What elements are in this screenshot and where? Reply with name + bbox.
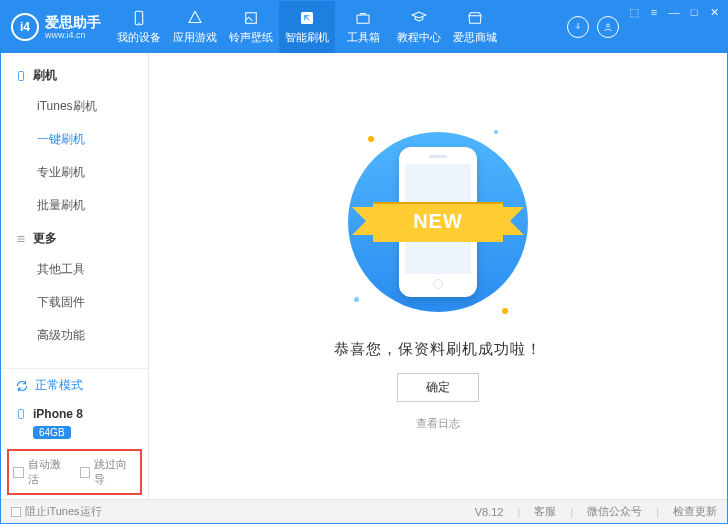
tutorial-icon — [410, 9, 428, 27]
section-label: 更多 — [33, 230, 57, 247]
phone-icon — [130, 9, 148, 27]
support-link[interactable]: 客服 — [534, 504, 556, 519]
tab-label: 智能刷机 — [285, 30, 329, 45]
success-illustration: NEW — [338, 122, 538, 322]
skin-button[interactable]: ⬚ — [627, 5, 641, 19]
checkbox-box-icon — [13, 467, 24, 478]
wallpaper-icon — [242, 9, 260, 27]
device-info[interactable]: iPhone 8 64GB — [1, 402, 148, 449]
top-tabs: 我的设备 应用游戏 铃声壁纸 智能刷机 工具箱 教程中心 — [111, 1, 559, 53]
tab-ringtones[interactable]: 铃声壁纸 — [223, 1, 279, 53]
download-button[interactable] — [567, 16, 589, 38]
svg-point-5 — [607, 24, 610, 27]
sidebar-bottom: 正常模式 iPhone 8 64GB 自动激活 — [1, 368, 148, 499]
spark-icon — [354, 297, 359, 302]
tab-store[interactable]: 爱思商城 — [447, 1, 503, 53]
menu-button[interactable]: ≡ — [647, 5, 661, 19]
spark-icon — [494, 130, 498, 134]
tab-tutorials[interactable]: 教程中心 — [391, 1, 447, 53]
sidebar-item-advanced[interactable]: 高级功能 — [1, 319, 148, 352]
title-bar: i4 爱思助手 www.i4.cn 我的设备 应用游戏 铃声壁纸 智能刷机 — [1, 1, 727, 53]
ribbon-text: NEW — [373, 202, 503, 242]
mode-label: 正常模式 — [35, 377, 83, 394]
list-icon — [15, 233, 27, 245]
brand: i4 爱思助手 www.i4.cn — [1, 1, 111, 53]
device-name: iPhone 8 — [33, 407, 83, 421]
check-update-link[interactable]: 检查更新 — [673, 504, 717, 519]
svg-rect-10 — [19, 410, 24, 419]
window-controls: ⬚ ≡ — □ ✕ — [627, 1, 727, 53]
tab-label: 工具箱 — [347, 30, 380, 45]
store-icon — [466, 9, 484, 27]
sidebar-item-itunes-flash[interactable]: iTunes刷机 — [1, 90, 148, 123]
sidebar: 刷机 iTunes刷机 一键刷机 专业刷机 批量刷机 更多 其他工具 下载固件 … — [1, 53, 149, 499]
flash-icon — [298, 9, 316, 27]
capacity-badge: 64GB — [33, 426, 71, 439]
brand-name: 爱思助手 — [45, 15, 101, 29]
sidebar-item-other-tools[interactable]: 其他工具 — [1, 253, 148, 286]
tab-label: 爱思商城 — [453, 30, 497, 45]
main-panel: NEW 恭喜您，保资料刷机成功啦！ 确定 查看日志 — [149, 53, 727, 499]
minimize-button[interactable]: — — [667, 5, 681, 19]
brand-text: 爱思助手 www.i4.cn — [45, 15, 101, 40]
tab-label: 我的设备 — [117, 30, 161, 45]
checkbox-label: 自动激活 — [28, 457, 70, 487]
skip-guide-checkbox[interactable]: 跳过向导 — [80, 457, 137, 487]
tab-smart-flash[interactable]: 智能刷机 — [279, 1, 335, 53]
tab-label: 教程中心 — [397, 30, 441, 45]
success-message: 恭喜您，保资料刷机成功啦！ — [334, 340, 542, 359]
status-bar: 阻止iTunes运行 V8.12 | 客服 | 微信公众号 | 检查更新 — [1, 499, 727, 523]
phone-small-icon — [15, 70, 27, 82]
brand-url: www.i4.cn — [45, 31, 101, 40]
spark-icon — [368, 136, 374, 142]
separator: | — [517, 506, 520, 518]
app-window: i4 爱思助手 www.i4.cn 我的设备 应用游戏 铃声壁纸 智能刷机 — [0, 0, 728, 524]
tab-apps[interactable]: 应用游戏 — [167, 1, 223, 53]
section-label: 刷机 — [33, 67, 57, 84]
maximize-button[interactable]: □ — [687, 5, 701, 19]
flash-options-highlight: 自动激活 跳过向导 — [7, 449, 142, 495]
top-right-actions — [559, 1, 627, 53]
apps-icon — [186, 9, 204, 27]
tab-toolbox[interactable]: 工具箱 — [335, 1, 391, 53]
brand-logo-icon: i4 — [11, 13, 39, 41]
view-log-link[interactable]: 查看日志 — [416, 416, 460, 431]
new-ribbon-icon: NEW — [358, 199, 518, 245]
block-itunes-checkbox[interactable]: 阻止iTunes运行 — [11, 504, 102, 519]
refresh-icon — [15, 379, 29, 393]
version-label: V8.12 — [475, 506, 504, 518]
close-button[interactable]: ✕ — [707, 5, 721, 19]
account-button[interactable] — [597, 16, 619, 38]
auto-activate-checkbox[interactable]: 自动激活 — [13, 457, 70, 487]
tab-my-device[interactable]: 我的设备 — [111, 1, 167, 53]
sidebar-item-pro-flash[interactable]: 专业刷机 — [1, 156, 148, 189]
svg-rect-6 — [19, 71, 24, 80]
svg-rect-4 — [357, 15, 369, 23]
toolbox-icon — [354, 9, 372, 27]
wechat-link[interactable]: 微信公众号 — [587, 504, 642, 519]
checkbox-label: 阻止iTunes运行 — [25, 504, 102, 519]
device-mode[interactable]: 正常模式 — [1, 369, 148, 402]
sidebar-section-more: 更多 — [1, 222, 148, 253]
tab-label: 铃声壁纸 — [229, 30, 273, 45]
footer-right: V8.12 | 客服 | 微信公众号 | 检查更新 — [475, 504, 717, 519]
checkbox-label: 跳过向导 — [94, 457, 136, 487]
tab-label: 应用游戏 — [173, 30, 217, 45]
separator: | — [656, 506, 659, 518]
checkbox-box-icon — [11, 507, 21, 517]
separator: | — [570, 506, 573, 518]
sidebar-item-batch-flash[interactable]: 批量刷机 — [1, 189, 148, 222]
body: 刷机 iTunes刷机 一键刷机 专业刷机 批量刷机 更多 其他工具 下载固件 … — [1, 53, 727, 499]
sidebar-scroll: 刷机 iTunes刷机 一键刷机 专业刷机 批量刷机 更多 其他工具 下载固件 … — [1, 53, 148, 368]
device-phone-icon — [15, 406, 27, 422]
sidebar-item-firmware[interactable]: 下载固件 — [1, 286, 148, 319]
sidebar-section-flash: 刷机 — [1, 59, 148, 90]
sidebar-item-oneclick-flash[interactable]: 一键刷机 — [1, 123, 148, 156]
ok-button[interactable]: 确定 — [397, 373, 479, 402]
checkbox-box-icon — [80, 467, 91, 478]
spark-icon — [502, 308, 508, 314]
